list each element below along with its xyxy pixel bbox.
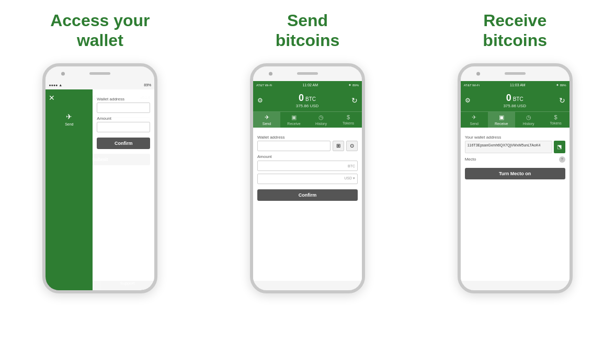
send-tab-icon-2: ✈ — [265, 114, 269, 121]
drawer-overlay: ✕ ✈ Send Wallet address Amount Confirm — [45, 89, 154, 281]
tab-send-2[interactable]: ✈ Send — [253, 112, 280, 128]
wallet-address-input-2[interactable] — [257, 141, 331, 151]
status-bar-left-3: AT&T Wi-Fi — [464, 84, 480, 87]
phone-bottom-3 — [461, 281, 570, 290]
refresh-icon-2[interactable]: ↻ — [351, 96, 358, 105]
screen-content-2: Wallet address ⊞ ⊙ Amount BTC USD ▾ — [253, 128, 362, 281]
phone-receive-bitcoins: AT&T Wi-Fi 11:03 AM ✦ 89% ⚙ 0 BTC — [458, 63, 573, 293]
history-tab-icon-3: ◷ — [526, 114, 531, 121]
usd-unit-label: USD ▾ — [344, 176, 355, 180]
section-title-send: Send bitcoins — [276, 10, 340, 51]
bluetooth-icon-3: ✦ — [556, 83, 559, 87]
section-receive-bitcoins: Receive bitcoins AT&T Wi-Fi 11:03 AM ✦ 8… — [422, 10, 608, 293]
status-bar-left-2: AT&T Wi-Fi — [256, 84, 272, 87]
drawer: ✕ ✈ Send — [45, 89, 93, 281]
send-tab-label-2: Send — [263, 122, 271, 126]
phone-send-bitcoins: AT&T Wi-Fi 11:02 AM ✦ 89% ⚙ 0 BTC — [250, 63, 365, 293]
nav-tabs-3: ✈ Send ▣ Receive ◷ History $ Tokens — [461, 111, 570, 128]
section-title-access: Access your wallet — [50, 10, 150, 51]
phone-speaker-1 — [89, 72, 110, 75]
btc-amount-3: 0 BTC — [506, 93, 523, 104]
status-bar-2: AT&T Wi-Fi 11:02 AM ✦ 89% — [253, 81, 362, 89]
usd-amount-2: 375.86 USD — [296, 104, 319, 108]
mecto-info-icon: ? — [559, 156, 565, 163]
phone-camera-1 — [61, 72, 65, 75]
amount-input-drawer[interactable] — [97, 122, 150, 132]
wallet-address-label-3: Your wallet address — [465, 135, 565, 140]
wifi-icon-1: ▲ — [59, 83, 62, 87]
tokens-tab-label-3: Tokens — [550, 121, 562, 125]
wallet-address-display-row: 116T3EpsanGxmh6QX7QjVWxM5unLTAoK4 ⬔ — [465, 141, 565, 153]
phone-screen-2: AT&T Wi-Fi 11:02 AM ✦ 89% ⚙ 0 BTC — [253, 81, 362, 281]
drawer-main-content: Wallet address Amount Confirm — [93, 89, 154, 281]
usd-input-2[interactable] — [257, 174, 358, 184]
status-bar-1: ●●●● ▲ 89% — [45, 81, 154, 89]
drawer-close-button[interactable]: ✕ — [49, 94, 89, 102]
status-bar-right-1: 89% — [144, 83, 151, 87]
tokens-tab-label-2: Tokens — [343, 121, 354, 125]
app-header-2: ⚙ 0 BTC 375.86 USD ↻ — [253, 89, 362, 111]
history-tab-label-3: History — [523, 122, 534, 126]
history-tab-icon-2: ◷ — [318, 114, 324, 121]
phone-top-bar-1 — [45, 66, 154, 81]
carrier-text-2: AT&T Wi-Fi — [256, 84, 272, 87]
amount-label-2: Amount — [257, 154, 358, 159]
refresh-icon-3[interactable]: ↻ — [559, 96, 565, 105]
confirm-button-send[interactable]: Confirm — [257, 189, 358, 201]
phone-speaker-2 — [297, 72, 318, 75]
btc-unit-label: BTC — [348, 164, 355, 167]
status-bar-3: AT&T Wi-Fi 11:03 AM ✦ 89% — [461, 81, 570, 89]
scan-icon-button-2[interactable]: ⊙ — [346, 141, 358, 151]
tokens-tab-icon-3: $ — [554, 114, 557, 120]
send-tab-icon-3: ✈ — [472, 114, 476, 121]
signal-icon-1: ●●●● — [49, 83, 58, 87]
nav-tabs-2: ✈ Send ▣ Receive ◷ History $ Tokens — [253, 111, 362, 128]
time-text-3: 11:03 AM — [510, 83, 526, 87]
receive-tab-icon-2: ▣ — [291, 114, 297, 121]
phone-access-wallet: ●●●● ▲ 89% ≡ COIN.SPACE v0.1.6 — [42, 63, 157, 293]
confirm-button-drawer[interactable]: Confirm — [97, 138, 150, 149]
settings-icon-3[interactable]: ⚙ — [465, 97, 471, 104]
tab-send-3[interactable]: ✈ Send — [461, 112, 488, 128]
tokens-tab-icon-2: $ — [347, 114, 350, 120]
wallet-address-display: 116T3EpsanGxmh6QX7QjVWxM5unLTAoK4 — [465, 141, 552, 153]
wallet-address-label-drawer: Wallet address — [97, 97, 150, 101]
usd-input-wrapper: USD ▾ — [257, 173, 358, 184]
tab-receive-3[interactable]: ▣ Receive — [488, 112, 515, 128]
header-center-2: 0 BTC 375.86 USD — [296, 93, 319, 108]
drawer-send-item[interactable]: ✈ Send — [49, 108, 89, 130]
settings-icon-2[interactable]: ⚙ — [257, 97, 263, 104]
battery-text-1: 89% — [144, 83, 151, 87]
tab-tokens-3[interactable]: $ Tokens — [542, 112, 570, 128]
phone-top-bar-3 — [461, 66, 570, 81]
phone-speaker-3 — [505, 72, 526, 75]
time-text-2: 11:02 AM — [302, 83, 318, 87]
section-title-receive: Receive bitcoins — [483, 10, 547, 51]
wallet-address-label-2: Wallet address — [257, 135, 358, 140]
app-header-3: ⚙ 0 BTC 375.86 USD ↻ — [461, 89, 570, 111]
mecto-row: Mecto ? — [465, 156, 565, 163]
qr-icon-button-2[interactable]: ⊞ — [333, 141, 344, 151]
tab-history-3[interactable]: ◷ History — [515, 112, 542, 128]
wallet-address-input-drawer[interactable] — [97, 103, 150, 113]
btc-amount-2: 0 BTC — [299, 93, 316, 104]
carrier-text-3: AT&T Wi-Fi — [464, 84, 480, 87]
section-send-bitcoins: Send bitcoins AT&T Wi-Fi 11:02 AM ✦ 89% — [214, 10, 401, 293]
copy-address-button[interactable]: ⬔ — [554, 141, 565, 153]
status-bar-right-3: ✦ 89% — [556, 83, 566, 87]
tab-history-2[interactable]: ◷ History — [308, 112, 335, 128]
tab-receive-2[interactable]: ▣ Receive — [280, 112, 308, 128]
status-bar-right-2: ✦ 89% — [348, 83, 359, 87]
send-drawer-icon: ✈ — [66, 112, 72, 121]
mecto-button[interactable]: Turn Mecto on — [465, 168, 565, 179]
header-center-3: 0 BTC 375.86 USD — [503, 93, 526, 108]
btc-input-2[interactable] — [257, 161, 358, 171]
battery-text-3: 89% — [560, 84, 566, 87]
phone-screen-3: AT&T Wi-Fi 11:03 AM ✦ 89% ⚙ 0 BTC — [461, 81, 570, 281]
amount-label-drawer: Amount — [97, 116, 150, 121]
tab-tokens-2[interactable]: $ Tokens — [335, 112, 362, 128]
receive-tab-label-2: Receive — [287, 122, 300, 126]
battery-text-2: 89% — [352, 84, 359, 87]
phone-bottom-2 — [253, 281, 362, 290]
status-bar-left-1: ●●●● ▲ — [49, 83, 62, 87]
